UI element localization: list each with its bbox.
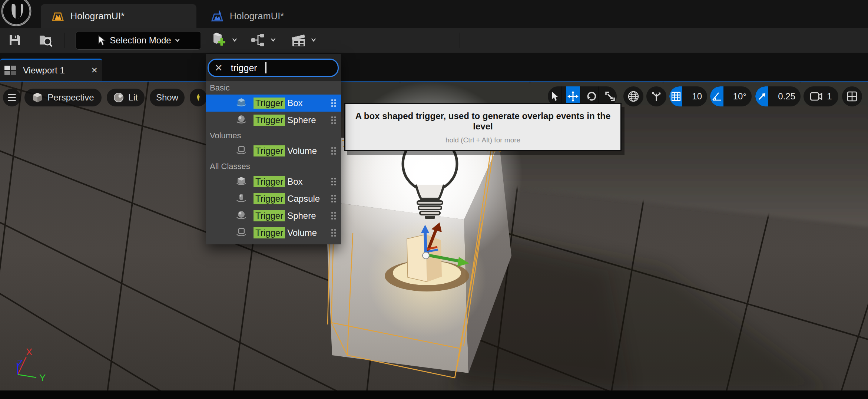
menu-item-trigger-volume-all[interactable]: Trigger Volume — [206, 224, 341, 241]
chevron-down-icon — [232, 39, 237, 42]
move-icon — [567, 91, 579, 102]
selection-mode-dropdown[interactable]: Selection Mode — [76, 31, 201, 50]
window-tab-blueprint[interactable]: HologramUI* — [200, 4, 319, 28]
surface-snapping-button[interactable] — [646, 86, 666, 106]
camera-speed-control[interactable]: 1 — [804, 86, 838, 106]
globe-icon — [627, 90, 639, 102]
search-value: trigger — [231, 63, 257, 73]
rotation-snap-value-button[interactable]: 10° — [728, 86, 752, 106]
window-tab-bar: HologramUI* HologramUI* — [0, 0, 868, 28]
close-icon[interactable]: ✕ — [91, 66, 98, 75]
angle-snap-icon — [711, 91, 722, 102]
window-tab-level[interactable]: HologramUI* — [41, 4, 196, 28]
actor-tooltip: A box shaped trigger, used to generate o… — [344, 103, 622, 151]
grid-snap-value-button[interactable]: 10 — [687, 86, 707, 106]
lit-label: Lit — [128, 92, 138, 103]
menu-item-trigger-volume[interactable]: Trigger Volume — [206, 142, 341, 159]
axis-x-label: X — [26, 346, 32, 357]
drag-handle-icon[interactable] — [331, 228, 337, 237]
section-header-volumes: Volumes — [206, 129, 341, 142]
scale-icon — [605, 91, 615, 102]
scale-snap-value: 0.25 — [773, 91, 801, 102]
blueprint-icon — [211, 10, 224, 22]
main-toolbar: Selection Mode — [0, 28, 868, 53]
drag-handle-icon[interactable] — [331, 116, 337, 125]
perspective-label: Perspective — [47, 92, 94, 103]
cinematics-button[interactable] — [287, 31, 319, 49]
viewport-tab-strip: Viewport 1 ✕ — [0, 53, 868, 81]
camera-icon — [810, 92, 822, 101]
scale-snap-value-button[interactable]: 0.25 — [773, 86, 801, 106]
perspective-dropdown[interactable]: Perspective — [24, 89, 102, 106]
save-icon — [9, 34, 21, 46]
lit-sphere-icon — [113, 92, 124, 103]
match-highlight: Trigger — [254, 176, 285, 187]
item-label: Box — [287, 177, 302, 187]
match-highlight: Trigger — [254, 210, 285, 221]
toolbar-separator — [64, 33, 64, 48]
blueprint-graph-icon — [251, 33, 267, 47]
item-label: Capsule — [287, 194, 320, 204]
tooltip-title: A box shaped trigger, used to generate o… — [349, 111, 617, 132]
scale-snap-control: 0.25 — [755, 86, 801, 106]
menu-item-trigger-box[interactable]: Trigger Box — [206, 95, 341, 112]
menu-item-trigger-capsule[interactable]: Trigger Capsule — [206, 190, 341, 207]
trigger-volume-icon — [235, 145, 247, 156]
game-view-icon — [195, 93, 202, 102]
show-dropdown[interactable]: Show — [150, 89, 185, 106]
trigger-sphere-icon — [235, 210, 247, 221]
game-view-pill[interactable] — [190, 89, 207, 106]
text-caret — [265, 62, 266, 73]
lit-dropdown[interactable]: Lit — [107, 89, 145, 106]
chevron-down-icon — [271, 39, 276, 42]
drag-handle-icon[interactable] — [331, 177, 337, 186]
content-browser-button[interactable] — [36, 31, 56, 49]
coordinate-space-toggle[interactable] — [623, 86, 643, 106]
clapperboard-icon — [290, 32, 307, 48]
grid-snap-value: 10 — [687, 91, 707, 102]
clear-search-icon[interactable]: ✕ — [215, 62, 223, 74]
quad-view-icon — [847, 91, 858, 102]
drag-handle-icon[interactable] — [331, 211, 337, 220]
menu-item-trigger-box-all[interactable]: Trigger Box — [206, 173, 341, 190]
axis-gizmo: X Z Y — [0, 337, 82, 389]
drag-handle-icon[interactable] — [331, 194, 337, 203]
match-highlight: Trigger — [254, 115, 285, 126]
cursor-icon — [96, 35, 106, 46]
search-input[interactable]: ✕ trigger — [208, 59, 339, 77]
hamburger-icon — [8, 94, 16, 101]
item-label: Volume — [287, 228, 317, 238]
viewport-options-button[interactable] — [3, 89, 21, 106]
match-highlight: Trigger — [254, 193, 285, 204]
add-actor-button[interactable] — [208, 31, 239, 49]
save-button[interactable] — [4, 31, 25, 49]
menu-item-trigger-sphere[interactable]: Trigger Sphere — [206, 112, 341, 129]
unreal-engine-logo[interactable] — [1, 0, 32, 27]
item-label: Volume — [287, 146, 317, 156]
folder-search-icon — [39, 33, 53, 47]
scale-snap-icon — [757, 92, 767, 101]
rotate-icon — [586, 91, 597, 102]
viewport-tab[interactable]: Viewport 1 ✕ — [0, 59, 102, 81]
quad-view-button[interactable] — [842, 86, 862, 106]
menu-item-trigger-sphere-all[interactable]: Trigger Sphere — [206, 207, 341, 224]
item-label: Sphere — [287, 211, 316, 221]
trigger-sphere-icon — [235, 115, 247, 126]
drag-handle-icon[interactable] — [331, 146, 337, 155]
surface-snap-icon — [650, 90, 662, 102]
section-header-basic: Basic — [206, 81, 341, 95]
trigger-box-icon — [235, 98, 247, 109]
item-label: Box — [287, 98, 302, 108]
toolbar-separator — [200, 33, 201, 48]
axis-y-label: Y — [39, 372, 46, 383]
show-label: Show — [156, 92, 178, 103]
trigger-volume-icon — [235, 227, 247, 238]
viewport-tab-label: Viewport 1 — [23, 65, 85, 76]
select-cursor-icon — [550, 91, 559, 102]
status-bar — [0, 390, 868, 399]
chevron-down-icon — [311, 39, 316, 42]
drag-handle-icon[interactable] — [331, 99, 337, 108]
level-icon — [51, 10, 64, 22]
window-tab-label: HologramUI* — [230, 11, 284, 22]
blueprints-button[interactable] — [248, 31, 279, 49]
